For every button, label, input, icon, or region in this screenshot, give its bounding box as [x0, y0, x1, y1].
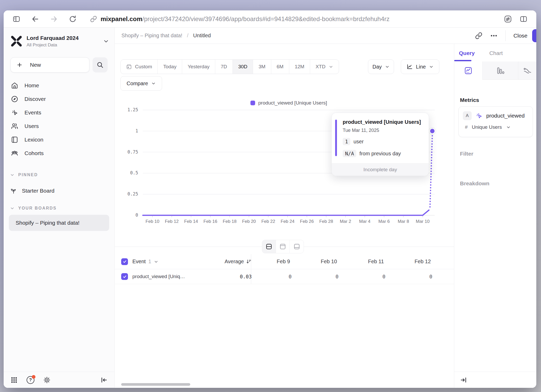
layout-split-toggle[interactable] [262, 240, 276, 253]
active-board-label: Shopify – Piping that data! [16, 220, 79, 226]
notification-dot [32, 375, 35, 379]
incomplete-dotted-line [430, 135, 432, 207]
report-header: Shopify – Piping that data! / Untitled C… [115, 28, 536, 44]
sidebar-item-events[interactable]: Events [4, 106, 114, 119]
chart-type-dropdown[interactable]: Line [401, 59, 439, 74]
date-column-header: Feb 10 [298, 254, 345, 269]
browser-sidebar-toggle-icon[interactable] [13, 15, 20, 23]
event-column-header[interactable]: Event 1 [132, 254, 158, 269]
table-header-row: Event 1 Average Feb 9 Feb 10 Feb 11 Feb … [115, 254, 454, 269]
back-icon[interactable] [31, 15, 39, 23]
layout-table-toggle[interactable] [290, 240, 304, 253]
project-name: Lord Farquaad 2024 [27, 35, 79, 41]
range-30d[interactable]: 30D [233, 60, 253, 74]
browser-split-view-icon[interactable] [520, 15, 527, 23]
flows-chart-tab[interactable] [518, 62, 536, 80]
your-boards-section-header[interactable]: YOUR BOARDS [10, 205, 109, 212]
pinned-section-header[interactable]: PINNED [10, 172, 109, 178]
browser-tune-icon[interactable] [504, 15, 512, 23]
more-options-icon[interactable] [490, 32, 497, 39]
chevron-down-icon [506, 125, 511, 130]
breakdown-header[interactable]: Breakdown [460, 180, 489, 187]
sidebar-item-home[interactable]: Home [4, 79, 114, 92]
divider [505, 30, 506, 41]
y-axis-label: 1 [136, 128, 138, 133]
cohorts-icon [11, 150, 18, 157]
horizontal-scrollbar[interactable] [121, 383, 190, 386]
range-3m[interactable]: 3M [253, 60, 271, 74]
close-button[interactable]: Close [513, 33, 527, 39]
sidebar-item-cohorts[interactable]: Cohorts [4, 146, 114, 160]
cursor-click-icon [11, 109, 18, 116]
chevron-down-icon [10, 173, 15, 177]
address-bar[interactable]: mixpanel.com/project/3472420/view/397469… [90, 15, 390, 23]
gear-icon[interactable] [43, 376, 51, 384]
filter-header[interactable]: Filter [460, 151, 473, 157]
chevron-down-icon [10, 206, 15, 211]
chevron-down-icon [385, 64, 390, 69]
collapse-sidebar-icon[interactable] [100, 376, 108, 384]
legend-label: product_viewed [Unique Users] [258, 100, 327, 106]
average-column-header[interactable]: Average [193, 254, 252, 269]
legend-swatch [250, 101, 255, 105]
y-axis-label: 0.25 [127, 191, 138, 197]
granularity-dropdown[interactable]: Day [368, 59, 394, 74]
sidebar-item-users[interactable]: Users [4, 119, 114, 133]
search-button[interactable] [93, 57, 108, 72]
reload-icon[interactable] [69, 15, 77, 23]
row-checkbox[interactable] [121, 273, 128, 280]
range-xtd[interactable]: XTD [310, 60, 339, 74]
search-icon [96, 61, 104, 69]
new-button[interactable]: New [10, 57, 89, 72]
layout-chart-toggle[interactable] [276, 240, 290, 253]
date-range-selector: Custom Today Yesterday 7D 30D 3M 6M 12M … [120, 59, 339, 74]
tab-chart[interactable]: Chart [489, 50, 503, 56]
table-row[interactable]: product_viewed [Uniq… 0.03 0 0 0 0 [115, 269, 454, 284]
query-panel-bottom-bar [454, 372, 536, 388]
range-7d[interactable]: 7D [215, 60, 233, 74]
date-column-header: Feb 9 [251, 254, 298, 269]
sidebar-item-active-board[interactable]: Shopify – Piping that data! [9, 215, 109, 231]
data-point[interactable] [430, 129, 435, 133]
sidebar-item-label: Home [24, 82, 39, 89]
compass-icon [11, 95, 18, 103]
save-button-partial[interactable] [532, 29, 536, 42]
breadcrumb-board[interactable]: Shopify – Piping that data! [121, 33, 182, 39]
sidebar-bottom-bar: ? [4, 372, 114, 388]
tooltip-value-unit: user [353, 139, 364, 145]
apps-grid-icon[interactable] [10, 376, 18, 384]
sidebar-item-lexicon[interactable]: Lexicon [4, 133, 114, 146]
seedling-icon [10, 187, 17, 194]
metric-aggregation[interactable]: # Unique Users [459, 120, 533, 130]
range-12m[interactable]: 12M [289, 60, 310, 74]
range-today[interactable]: Today [158, 60, 182, 74]
layout-toggle-group [262, 240, 304, 253]
insights-chart-tab[interactable] [454, 62, 482, 80]
sidebar-item-label: Discover [24, 96, 46, 102]
breadcrumb-page-title[interactable]: Untitled [193, 33, 211, 39]
chart-type-tabs [454, 62, 536, 80]
help-button[interactable]: ? [27, 376, 34, 384]
compare-button[interactable]: Compare [120, 76, 162, 91]
metric-card[interactable]: A product_viewed # Unique Users [458, 106, 533, 137]
chart-legend[interactable]: product_viewed [Unique Users] [143, 100, 435, 106]
select-all-checkbox[interactable] [121, 258, 128, 265]
collapse-panel-icon[interactable] [460, 376, 467, 384]
chevron-down-icon [329, 64, 333, 69]
link-icon [90, 16, 97, 22]
bar-chart-tab[interactable] [482, 62, 518, 80]
sidebar-item-starter-board[interactable]: Starter Board [10, 184, 109, 198]
range-6m[interactable]: 6M [271, 60, 289, 74]
tooltip-series-bar [335, 120, 337, 156]
results-table: Event 1 Average Feb 9 Feb 10 Feb 11 Feb … [115, 254, 454, 284]
forward-icon[interactable] [50, 15, 58, 23]
aggregation-prefix: # [465, 124, 468, 130]
range-custom[interactable]: Custom [121, 60, 158, 74]
metrics-header: Metrics [460, 97, 479, 103]
sidebar-item-discover[interactable]: Discover [4, 92, 114, 106]
tab-query[interactable]: Query [459, 50, 475, 56]
range-yesterday[interactable]: Yesterday [182, 60, 215, 74]
copy-link-icon[interactable] [475, 32, 482, 39]
aggregation-label: Unique Users [472, 124, 502, 130]
project-switcher[interactable]: Lord Farquaad 2024 All Project Data [10, 33, 109, 49]
